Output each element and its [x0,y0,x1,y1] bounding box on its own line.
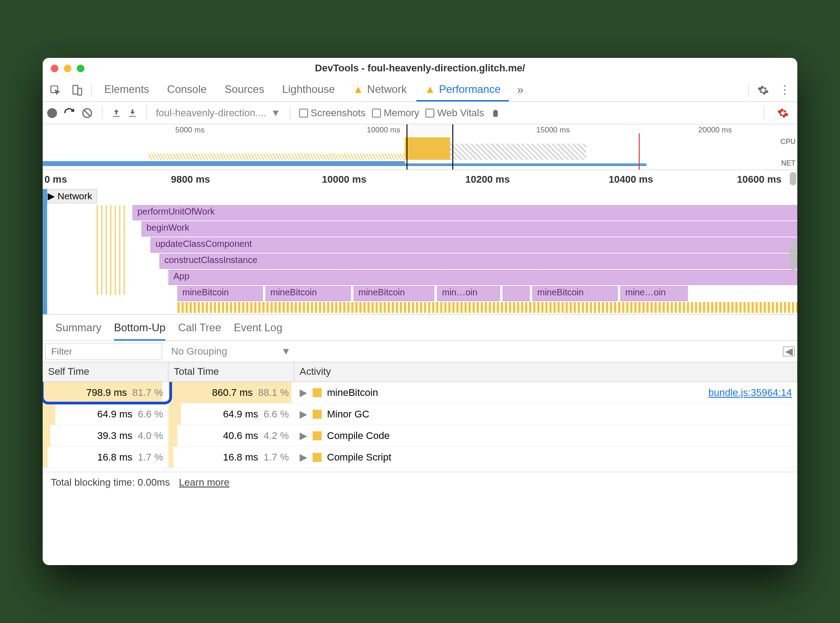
tab-sources[interactable]: Sources [217,79,272,101]
overview-tick: 20000 ms [699,126,732,135]
activity-name: Minor GC [327,408,369,420]
flame-block[interactable] [503,286,530,301]
clear-icon[interactable] [81,107,93,119]
panel-tabs: Elements Console Sources Lighthouse ▲Net… [43,79,797,102]
zoom-icon[interactable] [77,65,84,72]
source-link[interactable]: bundle.js:35964:14 [708,387,792,399]
window-controls [51,65,84,72]
devtools-window: DevTools - foul-heavenly-direction.glitc… [43,58,797,565]
col-self-time[interactable]: Self Time [43,362,168,382]
tab-call-tree[interactable]: Call Tree [178,321,221,334]
upload-icon[interactable] [111,108,121,118]
network-track-header[interactable]: ▶Network [43,189,97,203]
flame-block[interactable]: mineBitcoin [532,286,618,301]
filter-input[interactable] [45,343,162,360]
tab-elements[interactable]: Elements [96,79,157,101]
table-row[interactable]: 64.9 ms6.6 %64.9 ms6.6 %▶Minor GC [43,404,797,425]
overview-tick: 15000 ms [536,126,570,135]
overview-selection[interactable] [407,124,453,170]
profile-dropdown[interactable]: foul-heavenly-direction....▼ [156,107,281,119]
filter-row: No Grouping▼ ◀ [43,341,797,362]
flame-block[interactable]: beginWork [141,221,797,237]
table-row[interactable]: 16.8 ms1.7 %16.8 ms1.7 %▶Compile Script [43,447,797,468]
svg-rect-2 [78,88,82,95]
flame-block[interactable]: mineBitcoin [265,286,351,301]
tab-bottom-up[interactable]: Bottom-Up [114,321,166,341]
chevron-right-icon: ▶ [300,387,307,399]
window-title: DevTools - foul-heavenly-direction.glitc… [43,62,797,74]
tab-performance[interactable]: ▲Performance [416,79,508,101]
gear-icon-red[interactable] [773,103,793,123]
scrollbar-thumb[interactable] [790,243,796,270]
category-swatch [313,410,322,419]
activity-name: Compile Script [327,452,391,463]
flame-block[interactable]: constructClassInstance [159,254,797,269]
tab-summary[interactable]: Summary [55,321,102,334]
col-total-time[interactable]: Total Time [168,362,294,382]
record-button[interactable] [47,108,57,118]
table-row[interactable]: 39.3 ms4.0 %40.6 ms4.2 %▶Compile Code [43,425,797,447]
close-icon[interactable] [51,65,58,72]
chevron-down-icon: ▼ [271,107,281,119]
chevron-right-icon: ▶ [300,430,307,442]
overview-strip[interactable]: 5000 ms 10000 ms 15000 ms 20000 ms CPU N… [43,124,797,170]
flame-chart[interactable]: ▶Network performUnitOfWork beginWork upd… [43,189,797,315]
warning-icon: ▲ [353,83,364,96]
checkbox-memory[interactable]: Memory [372,107,419,119]
category-swatch [313,388,322,397]
chevron-right-icon: ▶ [300,452,307,463]
footer: Total blocking time: 0.00ms Learn more [43,472,797,492]
trash-icon[interactable] [491,108,500,118]
gear-icon[interactable] [753,80,773,100]
scrollbar-thumb[interactable] [790,172,796,185]
svg-rect-1 [73,85,78,94]
category-swatch [313,453,322,462]
chevron-down-icon: ▼ [281,346,291,357]
tab-event-log[interactable]: Event Log [234,321,282,334]
minimize-icon[interactable] [64,65,71,72]
warning-icon: ▲ [424,83,435,96]
flame-block[interactable]: updateClassComponent [150,237,797,253]
table-body: 798.9 ms81.7 %860.7 ms88.1 %▶mineBitcoin… [43,382,797,472]
col-activity[interactable]: Activity [294,362,797,382]
table-row[interactable]: 798.9 ms81.7 %860.7 ms88.1 %▶mineBitcoin… [43,382,797,404]
more-tabs-icon[interactable]: » [511,80,531,100]
overview-cpu-label: CPU [780,138,796,146]
tab-console[interactable]: Console [159,79,215,101]
tab-lighthouse[interactable]: Lighthouse [274,79,343,101]
titlebar: DevTools - foul-heavenly-direction.glitc… [43,58,797,79]
perf-toolbar: foul-heavenly-direction....▼ Screenshots… [43,102,797,124]
inspect-icon[interactable] [45,80,65,100]
checkbox-webvitals[interactable]: Web Vitals [425,107,484,119]
category-swatch [313,431,322,440]
flame-block[interactable]: App [168,270,797,285]
chevron-right-icon: ▶ [300,408,307,420]
checkbox-screenshots[interactable]: Screenshots [299,107,366,119]
activity-name: mineBitcoin [327,387,378,399]
grouping-dropdown[interactable]: No Grouping▼ [171,346,291,357]
reload-icon[interactable] [63,107,75,119]
flame-block[interactable]: mineBitcoin [354,286,434,301]
tab-network[interactable]: ▲Network [345,79,415,101]
download-icon[interactable] [128,108,137,118]
flame-block[interactable]: min…oin [437,286,500,301]
chevron-right-icon: ▶ [48,191,55,202]
flame-block[interactable]: mine…oin [620,286,688,301]
learn-more-link[interactable]: Learn more [179,477,230,488]
table-header: Self Time Total Time Activity [43,362,797,382]
device-icon[interactable] [67,80,87,100]
flame-block[interactable]: mineBitcoin [177,286,263,301]
overview-tick: 10000 ms [367,126,401,135]
timeline-ruler[interactable]: 0 ms 9800 ms 10000 ms 10200 ms 10400 ms … [43,170,797,189]
overview-tick: 5000 ms [175,126,204,135]
tbt-label: Total blocking time: 0.00ms [51,477,170,488]
panel-toggle-icon[interactable]: ◀ [783,347,795,356]
flame-block[interactable]: performUnitOfWork [133,205,797,220]
kebab-icon[interactable]: ⋮ [775,80,795,100]
analysis-tabs: Summary Bottom-Up Call Tree Event Log [43,315,797,341]
overview-net-label: NET [781,159,796,167]
activity-name: Compile Code [327,430,389,442]
